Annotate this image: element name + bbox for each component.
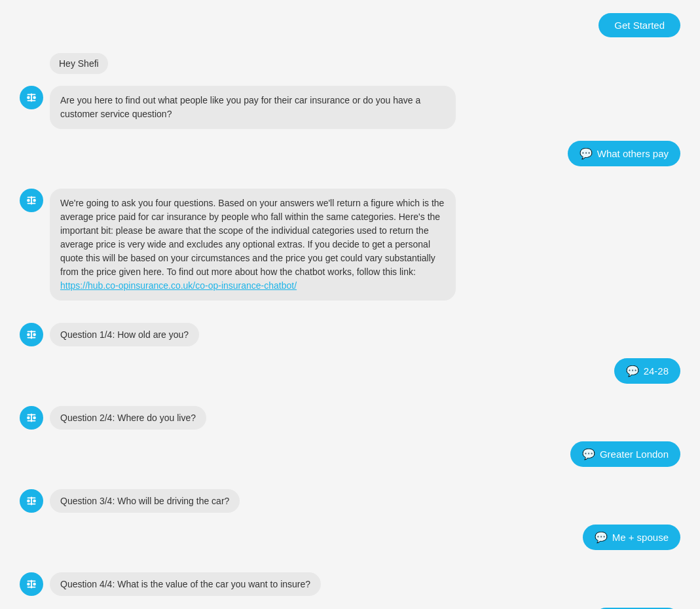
bot-avatar-4 xyxy=(20,406,43,430)
svg-rect-9 xyxy=(31,196,32,205)
svg-point-5 xyxy=(27,199,30,202)
greeting-bubble: Hey Shefi xyxy=(50,53,108,74)
question-1-bubble: Question 1/4: How old are you? xyxy=(50,323,199,346)
bot-bubble-2: We're going to ask you four questions. B… xyxy=(50,189,456,301)
bot-message-1-row: Are you here to find out what people lik… xyxy=(0,83,700,132)
user-bubble-2-text: 24-28 xyxy=(644,365,669,377)
user-bubble-4-text: Me + spouse xyxy=(612,532,669,543)
user-message-5-row: 💬 £5k - £15k xyxy=(0,605,700,609)
svg-rect-14 xyxy=(31,331,32,339)
speech-icon-3: 💬 xyxy=(582,448,595,460)
q3-row: Question 3/4: Who will be driving the ca… xyxy=(0,487,700,515)
get-started-button[interactable]: Get Started xyxy=(599,13,680,37)
svg-point-15 xyxy=(27,416,30,420)
bot-icon-3 xyxy=(24,327,39,342)
bot-bubble-2-text: We're going to ask you four questions. B… xyxy=(60,198,444,277)
speech-icon-4: 💬 xyxy=(595,531,608,544)
bot-avatar-2 xyxy=(20,189,43,212)
user-message-4-row: 💬 Me + spouse xyxy=(0,522,700,553)
chat-container: Get Started Hey Shefi Are you here to fi… xyxy=(0,0,700,609)
question-4-bubble: Question 4/4: What is the value of the c… xyxy=(50,572,321,596)
question-3-bubble: Question 3/4: Who will be driving the ca… xyxy=(50,489,240,513)
svg-rect-24 xyxy=(31,497,32,506)
q4-row: Question 4/4: What is the value of the c… xyxy=(0,570,700,599)
bot-icon xyxy=(24,90,39,105)
question-2-bubble: Question 2/4: Where do you live? xyxy=(50,406,206,430)
user-bubble-2: 💬 24-28 xyxy=(614,358,680,384)
greeting-row: Hey Shefi xyxy=(0,50,700,77)
bot-icon-6 xyxy=(24,577,39,591)
bot-bubble-1: Are you here to find out what people lik… xyxy=(50,86,456,129)
svg-rect-29 xyxy=(31,580,32,589)
bot-icon-2 xyxy=(24,193,39,208)
svg-point-1 xyxy=(33,96,36,100)
svg-point-20 xyxy=(27,500,30,503)
bot-avatar-5 xyxy=(20,489,43,513)
svg-point-11 xyxy=(33,333,36,337)
bot-avatar-6 xyxy=(20,572,43,596)
svg-point-6 xyxy=(33,199,36,202)
user-bubble-1-text: What others pay xyxy=(597,148,669,159)
svg-rect-19 xyxy=(31,414,32,422)
svg-point-16 xyxy=(33,416,36,420)
bot-icon-4 xyxy=(24,411,39,425)
speech-icon-2: 💬 xyxy=(626,365,639,377)
chatbot-link[interactable]: https://hub.co-opinsurance.co.uk/co-op-i… xyxy=(60,280,297,291)
svg-rect-4 xyxy=(31,94,32,102)
user-bubble-3: 💬 Greater London xyxy=(570,441,680,467)
speech-icon: 💬 xyxy=(580,147,593,160)
svg-point-25 xyxy=(27,583,30,586)
svg-point-0 xyxy=(27,96,30,100)
svg-point-21 xyxy=(33,500,36,503)
user-bubble-4: 💬 Me + spouse xyxy=(583,525,680,550)
q2-row: Question 2/4: Where do you live? xyxy=(0,403,700,432)
svg-point-10 xyxy=(27,333,30,337)
svg-point-26 xyxy=(33,583,36,586)
user-message-2-row: 💬 24-28 xyxy=(0,356,700,386)
bot-avatar xyxy=(20,86,43,109)
bot-message-2-row: We're going to ask you four questions. B… xyxy=(0,186,700,303)
user-bubble-3-text: Greater London xyxy=(600,449,669,460)
user-bubble-1: 💬 What others pay xyxy=(568,141,680,166)
user-message-3-row: 💬 Greater London xyxy=(0,439,700,470)
get-started-area: Get Started xyxy=(0,13,700,44)
bot-icon-5 xyxy=(24,494,39,508)
user-message-1-row: 💬 What others pay xyxy=(0,138,700,169)
bot-avatar-3 xyxy=(20,323,43,346)
q1-row: Question 1/4: How old are you? xyxy=(0,320,700,349)
